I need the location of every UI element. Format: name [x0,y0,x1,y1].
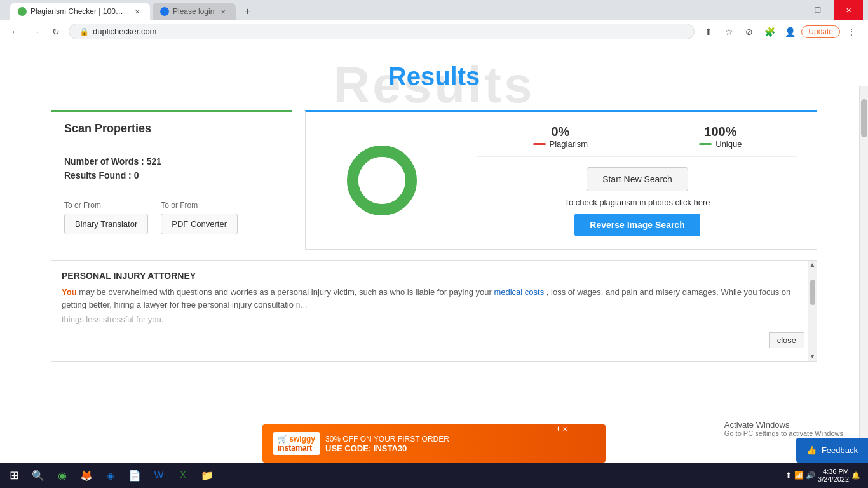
taskbar-firefox-icon[interactable]: 🦊 [75,464,98,487]
article-highlight-medical: medical costs [494,287,544,297]
bookmark-icon[interactable]: ☆ [720,23,738,41]
url-bar[interactable]: 🔒 duplichecker.com [69,24,695,39]
tab-close-plagiarism[interactable]: ✕ [132,6,142,17]
ad-controls: ℹ ✕ [557,426,567,433]
forward-button[interactable]: → [28,24,43,39]
main-layout: Scan Properties Number of Words : 521 Re… [0,110,868,250]
update-button[interactable]: Update [801,25,840,38]
profile-icon[interactable]: 👤 [781,23,799,41]
reverse-image-search-button[interactable]: Reverse Image Search [574,214,700,236]
tools-section: To or From Binary Translator To or From … [51,194,292,245]
url-text: duplichecker.com [93,27,156,36]
block-icon[interactable]: ⊘ [740,23,758,41]
scroll-up-arrow[interactable]: ▲ [810,261,816,269]
minimize-button[interactable]: – [773,0,802,20]
tab-icon-login [160,7,169,16]
text-scrollbar: ▲ ▼ [808,261,817,361]
address-bar: ← → ↻ 🔒 duplichecker.com ⬆ ☆ ⊘ 🧩 👤 Updat… [0,20,868,43]
text-content-area: PERSONAL INJURY ATTORNEY You may be over… [51,260,817,362]
window-controls: – ❒ ✕ [773,0,863,20]
plagiarism-label: Plagiarism [550,139,588,149]
title-bar: Plagiarism Checker | 100% Free ... ✕ Ple… [0,0,868,20]
menu-icon[interactable]: ⋮ [843,23,860,41]
scan-stats: Number of Words : 521 Results Found : 0 [51,146,292,194]
activate-line2: Go to PC settings to activate Windows. [724,430,845,437]
word-count-value: 521 [147,156,161,166]
taskbar-excel-icon[interactable]: X [172,464,194,487]
scroll-down-arrow[interactable]: ▼ [810,352,816,361]
ad-logo: 🛒 swiggyinstamart [273,432,320,455]
tab-title-plagiarism: Plagiarism Checker | 100% Free ... [31,7,128,16]
results-main-text: Results [0,62,868,91]
toolbar-icons: ⬆ ☆ ⊘ 🧩 👤 Update ⋮ [700,23,860,41]
tool2-group: To or From PDF Converter [161,201,238,234]
tab-plagiarism[interactable]: Plagiarism Checker | 100% Free ... ✕ [10,3,150,20]
taskbar-edge-icon[interactable]: ◈ [99,464,122,487]
taskbar: ⊞ 🔍 ◉ 🦊 ◈ 📄 W X 📁 ⬆ 📶 🔊 4:36 PM 3/24/202… [0,463,868,488]
start-button[interactable]: ⊞ [3,464,25,487]
right-panel: 0% Plagiarism 100% Unique St [305,110,817,250]
article-content-faded: n... [296,300,308,309]
tab-login[interactable]: Please login ✕ [153,3,236,20]
taskbar-chrome-icon[interactable]: ◉ [51,464,74,487]
taskbar-files-icon[interactable]: 📄 [123,464,146,487]
scan-properties-header: Scan Properties [51,112,292,146]
ad-close-icon[interactable]: ✕ [562,426,567,433]
results-found-value: 0 [134,170,139,180]
restore-button[interactable]: ❒ [803,0,832,20]
plagiarism-stat: 0% Plagiarism [533,125,588,149]
unique-legend-line [699,143,712,145]
back-button[interactable]: ← [8,24,23,39]
donut-section [306,112,458,249]
scroll-thumb[interactable] [810,280,815,305]
page-scrollbar [859,86,868,463]
ad-info-icon[interactable]: ℹ [557,426,560,433]
tab-icon-plagiarism [18,7,27,16]
start-new-search-button[interactable]: Start New Search [587,167,688,191]
taskbar-search-icon[interactable]: 🔍 [27,464,50,487]
close-button[interactable]: ✕ [834,0,863,20]
feedback-label: Feedback [822,445,858,455]
taskbar-notification-icon[interactable]: 🔔 [851,471,860,480]
pdf-converter-button[interactable]: PDF Converter [161,214,238,234]
taskbar-word-icon[interactable]: W [147,464,170,487]
feedback-icon: 👍 [806,445,817,455]
svg-point-1 [358,157,405,204]
article-content-end: things less stressful for you. [62,313,806,326]
ad-content: 30% OFF ON YOUR FIRST ORDER USE CODE: IN… [325,435,449,453]
page-scroll-thumb[interactable] [861,99,867,137]
share-icon[interactable]: ⬆ [700,23,717,41]
ad-banner: 🛒 swiggyinstamart 30% OFF ON YOUR FIRST … [262,424,606,463]
extensions-icon[interactable]: 🧩 [761,23,778,41]
highlight-you: You [62,287,77,297]
reload-button[interactable]: ↻ [48,24,64,39]
results-found-label: Results Found : [64,170,132,180]
article-content-text: may be overwhelmed with questions and wo… [79,287,494,297]
article-content: You may be overwhelmed with questions an… [62,286,806,311]
stats-row: 0% Plagiarism 100% Unique [477,125,797,157]
plagiarism-legend-line [533,143,546,145]
word-count-label: Number of Words : [64,156,144,166]
taskbar-date-display: 3/24/2022 [818,475,849,483]
tab-close-login[interactable]: ✕ [218,6,228,17]
browser-chrome: Plagiarism Checker | 100% Free ... ✕ Ple… [0,0,868,43]
ad-code: USE CODE: INSTA30 [325,444,449,453]
taskbar-sys-icons: ⬆ 📶 🔊 [785,471,815,480]
ad-text: 30% OFF ON YOUR FIRST ORDER [325,435,449,444]
click-here-text: To check plagiarism in photos click here [477,198,797,207]
unique-legend: Unique [699,139,742,149]
tool1-group: To or From Binary Translator [64,201,148,234]
plagiarism-pct: 0% [533,125,588,139]
taskbar-right: ⬆ 📶 🔊 4:36 PM 3/24/2022 🔔 [785,468,865,483]
new-tab-button[interactable]: + [238,3,256,20]
tool2-label: To or From [161,201,238,210]
binary-translator-button[interactable]: Binary Translator [64,214,148,234]
plagiarism-legend: Plagiarism [533,139,588,149]
close-popup-button[interactable]: close [769,332,804,348]
tab-title-login: Please login [173,7,214,16]
unique-pct: 100% [699,125,742,139]
taskbar-folder-icon[interactable]: 📁 [196,464,219,487]
word-count-row: Number of Words : 521 [64,156,279,166]
feedback-button[interactable]: 👍 Feedback [796,438,868,463]
taskbar-clock: 4:36 PM 3/24/2022 [818,468,849,483]
